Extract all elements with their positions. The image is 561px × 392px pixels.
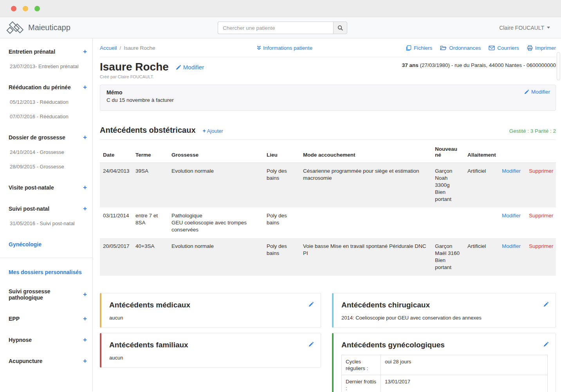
- vertical-scrollbar[interactable]: [557, 52, 560, 80]
- fichiers-link[interactable]: Fichiers: [406, 45, 432, 51]
- add-icon[interactable]: +: [83, 185, 87, 190]
- row-edit-link[interactable]: Modifier: [502, 243, 521, 249]
- col-header-lieu: Lieu: [263, 141, 300, 163]
- row-edit-link[interactable]: Modifier: [502, 213, 521, 219]
- pencil-icon: [524, 89, 529, 94]
- add-icon[interactable]: +: [83, 358, 87, 364]
- obstetrics-header: Antécédents obstétricaux + Ajouter Gesti…: [100, 126, 556, 135]
- sidebar-item-visite-post-natale[interactable]: Visite post-natale +: [9, 184, 87, 191]
- pencil-icon: [176, 65, 181, 70]
- gestite-parite-label: Gestité : 3 Parité : 2: [509, 128, 556, 134]
- edit-memo-link[interactable]: Modifier: [524, 89, 550, 95]
- breadcrumb-home[interactable]: Accueil: [100, 45, 117, 51]
- breadcrumb-current: Isaure Roche: [124, 45, 155, 51]
- main-content: Accueil / Isaure Roche Informations pati…: [93, 38, 561, 392]
- search-button[interactable]: [333, 22, 347, 34]
- sidebar-item-acupuncture[interactable]: Acupuncture +: [9, 358, 87, 364]
- memo-content: C du 15 novembre à facturer: [106, 97, 549, 103]
- created-by-label: Créé par Claire FOUCAULT.: [100, 74, 556, 79]
- pencil-icon: [543, 302, 549, 307]
- edit-familiaux-button[interactable]: [308, 340, 314, 347]
- card-antecedents-gynecologiques: Antécédents gynécologiques Cycles réguli…: [332, 333, 556, 392]
- user-name: Claire FOUCAULT: [499, 25, 544, 31]
- app-header: Maieuticapp Claire FOUCAULT: [0, 17, 561, 38]
- sidebar-item-hypnose[interactable]: Hypnose +: [9, 337, 87, 343]
- edit-chirugicaux-button[interactable]: [543, 300, 549, 307]
- informations-patiente-link[interactable]: Informations patiente: [257, 45, 312, 51]
- breadcrumb-separator: /: [120, 45, 121, 51]
- page-title: Isaure Roche: [100, 61, 169, 73]
- card-antecedents-familiaux: Antécédents familiaux aucun: [100, 333, 321, 368]
- sidebar-entry[interactable]: 07/07/2016 - Rééducation: [9, 114, 87, 119]
- sidebar-divider: [0, 258, 92, 258]
- table-row: 20/05/2017 40+3SA Evolution normale Poly…: [100, 238, 556, 276]
- add-icon[interactable]: +: [83, 292, 87, 297]
- table-row: 24/04/2013 39SA Evolution normale Poly d…: [100, 163, 556, 208]
- sidebar-entry[interactable]: 31/05/2016 - Suivi post-natal: [9, 220, 87, 226]
- table-header-row: Date Terme Grossesse Lieu Mode accouchem…: [100, 141, 556, 163]
- row-delete-link[interactable]: Supprimer: [529, 213, 553, 219]
- patient-heading: Isaure Roche Modifier 37 ans (27/03/1980…: [100, 61, 556, 73]
- files-icon: [406, 45, 411, 51]
- patient-age: 37 ans: [402, 62, 418, 68]
- patient-search: [218, 22, 347, 34]
- sidebar-item-gynecologie[interactable]: Gynécologie: [9, 241, 87, 247]
- ordonnances-link[interactable]: Ordonnances: [440, 45, 481, 51]
- caret-down-icon: [547, 27, 550, 29]
- add-icon[interactable]: +: [83, 316, 87, 322]
- folder-open-icon: [440, 45, 447, 51]
- edit-gynecologiques-button[interactable]: [543, 340, 549, 347]
- sidebar-item-suivi-post-natal[interactable]: Suivi post-natal +: [9, 206, 87, 212]
- edit-medicaux-button[interactable]: [308, 300, 314, 307]
- imprimer-link[interactable]: Imprimer: [527, 45, 556, 51]
- zoom-window-button[interactable]: [34, 6, 40, 11]
- search-input[interactable]: [218, 22, 333, 34]
- memo-title: Mémo: [106, 89, 549, 96]
- sidebar-item-entretien-prenatal[interactable]: Entretien prénatal +: [9, 49, 87, 55]
- patient-details: 37 ans (27/03/1980) - rue du Parais, 440…: [402, 62, 556, 68]
- app-window: Maieuticapp Claire FOUCAULT Entretien pr…: [0, 0, 561, 392]
- add-icon[interactable]: +: [83, 337, 87, 343]
- app-name: Maieuticapp: [28, 23, 70, 32]
- obstetrics-divider: [100, 139, 556, 140]
- user-menu[interactable]: Claire FOUCAULT: [499, 25, 550, 31]
- add-icon[interactable]: +: [83, 49, 87, 54]
- add-icon[interactable]: +: [83, 135, 87, 140]
- gynecologic-table: Cycles réguliers : oui 28 jours Dernier …: [341, 355, 548, 392]
- obstetrics-title: Antécédents obstétricaux: [100, 126, 196, 135]
- row-edit-link[interactable]: Modifier: [502, 168, 521, 174]
- app-brand[interactable]: Maieuticapp: [6, 21, 70, 35]
- document-toolbar: Fichiers Ordonnances: [406, 45, 556, 51]
- edit-patient-link[interactable]: Modifier: [176, 64, 204, 70]
- sidebar-entry[interactable]: 28/09/2015 - Grossesse: [9, 164, 87, 170]
- col-header-grossesse: Grossesse: [168, 141, 263, 163]
- sidebar: Entretien prénatal + 23/07/2013- Entreti…: [0, 38, 93, 392]
- sidebar-item-suivi-grossesse-patho[interactable]: Suivi grossesse pathologique +: [9, 288, 87, 301]
- table-row: Cycles réguliers : oui 28 jours: [342, 355, 548, 375]
- add-obstetric-link[interactable]: + Ajouter: [203, 128, 223, 134]
- antecedent-cards: Antécédents médicaux aucun Antécédents f…: [100, 293, 556, 392]
- patient-address: (27/03/1980) - rue du Parais, 44000 Nant…: [418, 62, 556, 68]
- row-delete-link[interactable]: Supprimer: [529, 243, 553, 249]
- col-header-date: Date: [100, 141, 132, 163]
- minimize-window-button[interactable]: [23, 6, 28, 11]
- chevron-double-down-icon: [257, 45, 261, 50]
- sidebar-entry[interactable]: 24/10/2014 - Grossesse: [9, 149, 87, 155]
- sidebar-item-reeducation-perinee[interactable]: Rééducation du périnée +: [9, 84, 87, 90]
- courriers-link[interactable]: Courriers: [489, 45, 519, 51]
- pencil-icon: [543, 341, 549, 347]
- close-window-button[interactable]: [11, 6, 16, 11]
- table-row: Dernier frottis : 13/01/2017: [342, 375, 548, 392]
- sidebar-item-mes-dossiers[interactable]: Mes dossiers personnalisés: [9, 269, 87, 275]
- sidebar-item-epp[interactable]: EPP +: [9, 316, 87, 322]
- add-icon[interactable]: +: [83, 206, 87, 211]
- table-row: 03/11/2014 entre 7 et 8SA Pathologique G…: [100, 208, 556, 238]
- sidebar-entry[interactable]: 23/07/2013- Entretien prénatal: [9, 63, 87, 69]
- sidebar-entry[interactable]: 05/12/2013 - Rééducation: [9, 99, 87, 105]
- sidebar-item-dossier-grossesse[interactable]: Dossier de grossesse +: [9, 134, 87, 141]
- obstetrics-table: Date Terme Grossesse Lieu Mode accouchem…: [100, 141, 556, 276]
- col-header-mode: Mode accouchement: [300, 141, 432, 163]
- row-delete-link[interactable]: Supprimer: [529, 168, 553, 174]
- add-icon[interactable]: +: [83, 85, 87, 90]
- memo-panel: Mémo C du 15 novembre à facturer Modifie…: [100, 85, 556, 111]
